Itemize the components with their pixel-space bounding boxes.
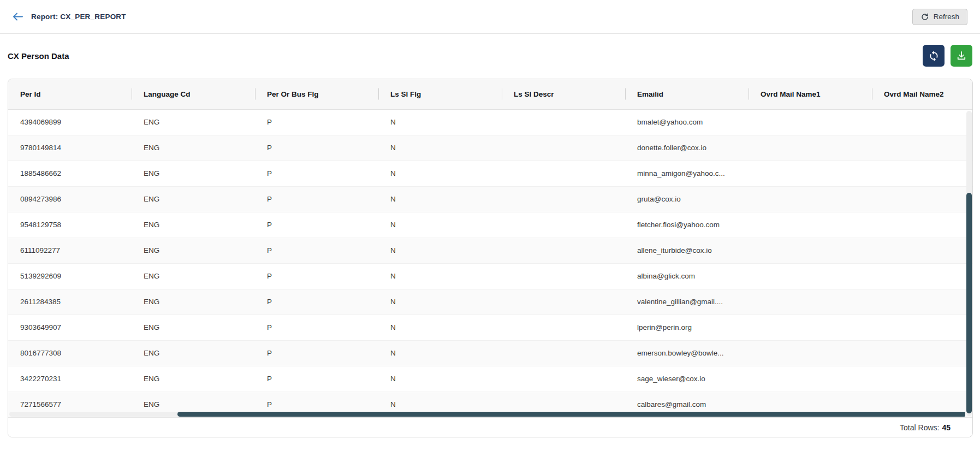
table-cell: N xyxy=(378,315,502,340)
table-cell xyxy=(749,315,872,340)
table-cell xyxy=(749,109,872,135)
table-cell xyxy=(872,109,972,135)
refresh-button-label: Refresh xyxy=(934,13,959,21)
table-row: 1885486662ENGPNminna_amigon@yahoo.c... xyxy=(8,161,972,186)
report-table-container: Per IdLanguage CdPer Or Bus FlgLs Sl Flg… xyxy=(8,79,973,437)
table-cell: 9780149814 xyxy=(8,135,132,161)
table-row: 6111092277ENGPNallene_iturbide@cox.io xyxy=(8,238,972,263)
table-cell: albina@glick.com xyxy=(625,263,749,289)
horizontal-scrollbar-thumb[interactable] xyxy=(177,412,965,417)
table-cell: ENG xyxy=(132,109,255,135)
table-footer: Total Rows: 45 xyxy=(8,417,972,437)
table-cell: lperin@perin.org xyxy=(625,315,749,340)
table-cell: 9303649907 xyxy=(8,315,132,340)
table-cell: 8016777308 xyxy=(8,340,132,366)
table-cell: P xyxy=(255,109,378,135)
table-cell xyxy=(502,340,625,366)
table-cell: sage_wieser@cox.io xyxy=(625,366,749,392)
table-cell xyxy=(872,315,972,340)
table-actions xyxy=(923,45,972,67)
table-cell: 5139292609 xyxy=(8,263,132,289)
table-cell: 0894273986 xyxy=(8,186,132,212)
table-cell xyxy=(872,340,972,366)
table-cell xyxy=(749,212,872,238)
table-cell xyxy=(502,315,625,340)
table-cell: P xyxy=(255,212,378,238)
table-cell: N xyxy=(378,340,502,366)
table-cell xyxy=(749,340,872,366)
table-cell xyxy=(502,161,625,186)
table-cell xyxy=(502,186,625,212)
table-row: 3422270231ENGPNsage_wieser@cox.io xyxy=(8,366,972,392)
table-cell: fletcher.flosi@yahoo.com xyxy=(625,212,749,238)
table-row: 9780149814ENGPNdonette.foller@cox.io xyxy=(8,135,972,161)
table-cell xyxy=(502,289,625,315)
table-cell xyxy=(749,186,872,212)
section-title: CX Person Data xyxy=(8,51,69,61)
table-cell: N xyxy=(378,135,502,161)
column-header: Ls Sl Descr xyxy=(502,79,625,109)
table-cell: N xyxy=(378,186,502,212)
table-cell: N xyxy=(378,238,502,263)
arrow-left-icon xyxy=(13,13,23,21)
table-cell xyxy=(749,289,872,315)
vertical-scrollbar-thumb[interactable] xyxy=(966,193,972,413)
table-cell xyxy=(749,161,872,186)
table-cell: P xyxy=(255,135,378,161)
table-cell: P xyxy=(255,263,378,289)
table-cell xyxy=(749,135,872,161)
table-cell xyxy=(502,109,625,135)
table-cell xyxy=(872,161,972,186)
table-cell: ENG xyxy=(132,135,255,161)
column-header: Ovrd Mail Name1 xyxy=(749,79,872,109)
table-cell xyxy=(502,135,625,161)
table-cell: ENG xyxy=(132,186,255,212)
table-cell xyxy=(872,263,972,289)
table-cell: emerson.bowley@bowle... xyxy=(625,340,749,366)
table-cell xyxy=(749,366,872,392)
table-cell: ENG xyxy=(132,340,255,366)
table-cell xyxy=(749,238,872,263)
download-icon xyxy=(956,50,967,61)
table-cell xyxy=(502,263,625,289)
table-body: 4394069899ENGPNbmalet@yahoo.com978014981… xyxy=(8,109,972,417)
table-cell xyxy=(502,238,625,263)
table-cell xyxy=(872,289,972,315)
table-cell: gruta@cox.io xyxy=(625,186,749,212)
table-cell: N xyxy=(378,161,502,186)
table-cell: allene_iturbide@cox.io xyxy=(625,238,749,263)
download-button[interactable] xyxy=(951,45,972,67)
sync-button[interactable] xyxy=(923,45,945,67)
column-header: Ovrd Mail Name2 xyxy=(872,79,972,109)
table-cell: minna_amigon@yahoo.c... xyxy=(625,161,749,186)
refresh-icon xyxy=(920,13,929,21)
table-cell: P xyxy=(255,315,378,340)
table-cell: 4394069899 xyxy=(8,109,132,135)
column-header: Ls Sl Flg xyxy=(378,79,502,109)
table-cell: P xyxy=(255,186,378,212)
section-header: CX Person Data xyxy=(8,45,972,67)
refresh-button[interactable]: Refresh xyxy=(912,9,967,25)
table-cell: N xyxy=(378,366,502,392)
table-row: 5139292609ENGPNalbina@glick.com xyxy=(8,263,972,289)
table-cell xyxy=(502,366,625,392)
table-row: 9303649907ENGPNlperin@perin.org xyxy=(8,315,972,340)
table-cell xyxy=(872,212,972,238)
back-button[interactable] xyxy=(11,10,24,23)
table-cell xyxy=(872,186,972,212)
column-header: Language Cd xyxy=(132,79,255,109)
table-cell: ENG xyxy=(132,366,255,392)
table-cell: valentine_gillian@gmail.... xyxy=(625,289,749,315)
table-row: 9548129758ENGPNfletcher.flosi@yahoo.com xyxy=(8,212,972,238)
page-title: Report: CX_PER_REPORT xyxy=(31,13,126,21)
table-cell xyxy=(749,263,872,289)
table-row: 8016777308ENGPNemerson.bowley@bowle... xyxy=(8,340,972,366)
table-scroll-area: Per IdLanguage CdPer Or Bus FlgLs Sl Flg… xyxy=(8,79,972,417)
table-row: 2611284385ENGPNvalentine_gillian@gmail..… xyxy=(8,289,972,315)
table-cell xyxy=(872,135,972,161)
table-cell: P xyxy=(255,289,378,315)
table-cell xyxy=(872,366,972,392)
table-cell: P xyxy=(255,238,378,263)
table-cell: P xyxy=(255,161,378,186)
column-header: Emailid xyxy=(625,79,749,109)
